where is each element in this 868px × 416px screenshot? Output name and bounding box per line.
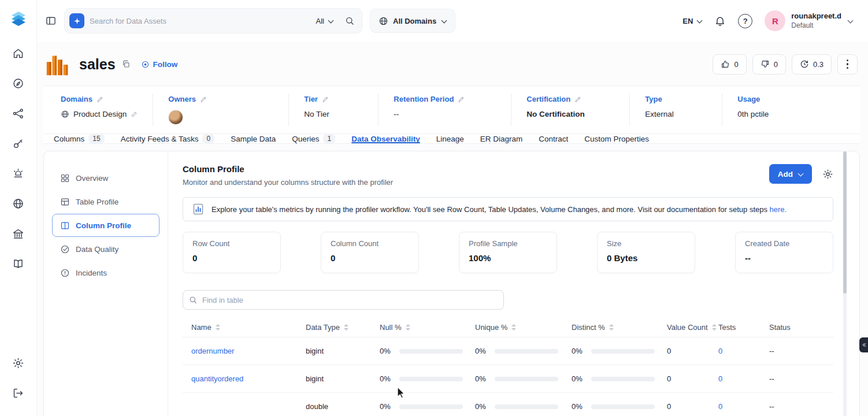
language-label: EN xyxy=(682,17,693,25)
submenu-data-quality[interactable]: Data Quality xyxy=(52,237,159,261)
submenu-label: Overview xyxy=(76,174,108,183)
observability-lamp-icon[interactable] xyxy=(7,162,30,185)
search-input[interactable] xyxy=(90,17,311,25)
sidebar-toggle-icon[interactable] xyxy=(45,15,57,27)
language-select[interactable]: EN xyxy=(682,17,702,25)
governance-bank-icon[interactable] xyxy=(7,222,30,245)
edit-pencil-icon[interactable] xyxy=(322,95,329,103)
table-row: quantityordered bigint 0% 0% 0% 0 0 -- xyxy=(183,365,833,393)
profiler-doc-icon xyxy=(191,202,205,216)
meta-label: Usage xyxy=(737,95,760,103)
sort-icon[interactable] xyxy=(406,324,410,330)
sort-icon[interactable] xyxy=(216,324,220,330)
add-button[interactable]: Add xyxy=(769,164,812,184)
edit-pencil-icon[interactable] xyxy=(458,95,465,103)
user-menu[interactable]: R rounakpreet.d Default xyxy=(765,10,853,31)
scrollbar-thumb[interactable] xyxy=(843,151,847,294)
alert-circle-icon xyxy=(60,268,70,278)
edit-pencil-icon[interactable] xyxy=(200,95,207,103)
search-scope-select[interactable]: All xyxy=(316,17,333,25)
meta-usage: Usage 0th pctile xyxy=(722,94,860,126)
follow-target-icon xyxy=(141,60,150,69)
tab-queries[interactable]: Queries1 xyxy=(292,134,335,143)
table-row: ordernumber bigint 0% 0% 0% 0 0 -- xyxy=(183,337,833,365)
submenu-label: Incidents xyxy=(76,269,107,277)
unique-pct-value: 0% xyxy=(475,347,486,355)
tab-columns[interactable]: Columns15 xyxy=(54,134,105,143)
profiler-settings-gear-icon[interactable] xyxy=(822,169,833,180)
version-history-button[interactable]: 0.3 xyxy=(792,54,832,75)
distinct-pct-value: 0% xyxy=(572,347,583,355)
chevron-down-icon xyxy=(696,18,702,23)
col-header-status: Status xyxy=(769,323,833,332)
follow-button[interactable]: Follow xyxy=(141,60,178,69)
side-drawer-handle[interactable] xyxy=(859,337,868,352)
tests-link[interactable]: 0 xyxy=(718,347,722,355)
edit-pencil-icon[interactable] xyxy=(97,95,104,103)
main-column: All All Domains EN ? R rounakpreet.d Def… xyxy=(37,0,868,416)
banner-docs-link[interactable]: here. xyxy=(770,205,787,214)
sort-icon[interactable] xyxy=(344,324,348,330)
sort-icon[interactable] xyxy=(609,324,614,330)
link-icon xyxy=(131,111,138,118)
sort-icon[interactable] xyxy=(511,324,516,330)
column-data-type: bigint xyxy=(306,347,380,355)
stat-profile-sample: Profile Sample100% xyxy=(459,232,557,273)
sort-icon[interactable] xyxy=(712,324,717,330)
chevron-down-icon[interactable] xyxy=(847,18,853,23)
submenu-overview[interactable]: Overview xyxy=(52,166,159,190)
copy-icon[interactable] xyxy=(121,60,131,69)
submenu-label: Column Profile xyxy=(76,221,131,230)
section-title: Column Profile xyxy=(183,164,393,174)
tab-custom-properties[interactable]: Custom Properties xyxy=(584,134,649,143)
column-name-link[interactable]: ordernumber xyxy=(191,347,234,355)
topbar: All All Domains EN ? R rounakpreet.d Def… xyxy=(37,0,868,42)
table-header-row: Name Data Type Null % Unique % Distinct … xyxy=(183,318,833,337)
tab-data-observability[interactable]: Data Observability xyxy=(351,134,420,143)
stat-created-date: Created Date-- xyxy=(735,232,833,273)
all-domains-filter[interactable]: All Domains xyxy=(370,9,455,33)
settings-gear-icon[interactable] xyxy=(7,351,30,374)
home-icon[interactable] xyxy=(7,42,30,65)
app-logo-icon[interactable] xyxy=(9,9,28,29)
submenu-incidents[interactable]: Incidents xyxy=(52,261,159,284)
owner-avatar[interactable] xyxy=(168,110,183,125)
column-name-link[interactable]: quantityordered xyxy=(191,374,243,383)
tab-activity-feeds-tasks[interactable]: Activity Feeds & Tasks0 xyxy=(121,134,214,143)
submenu-table-profile[interactable]: Table Profile xyxy=(52,190,159,213)
user-avatar[interactable]: R xyxy=(765,10,785,31)
explore-compass-icon[interactable] xyxy=(7,72,30,95)
edit-pencil-icon[interactable] xyxy=(574,95,582,103)
meta-certification: Certification No Certification xyxy=(511,94,630,126)
help-icon[interactable]: ? xyxy=(738,14,752,28)
submenu-column-profile[interactable]: Column Profile xyxy=(52,214,159,237)
search-icon[interactable] xyxy=(344,16,355,26)
tier-value: No Tier xyxy=(304,110,329,118)
notifications-bell-icon[interactable] xyxy=(714,15,726,27)
globe-icon xyxy=(61,110,69,118)
unique-pct-bar xyxy=(495,404,558,409)
table-row: double 0% 0% 0% 0 0 -- xyxy=(183,393,833,416)
downvote-count: 0 xyxy=(774,60,778,69)
version-number: 0.3 xyxy=(813,60,824,69)
glossary-book-icon[interactable] xyxy=(7,252,30,275)
follow-label: Follow xyxy=(153,60,178,69)
tab-er-diagram[interactable]: ER Diagram xyxy=(480,134,523,143)
tests-link[interactable]: 0 xyxy=(718,402,722,411)
tab-lineage[interactable]: Lineage xyxy=(436,134,464,143)
lineage-network-icon[interactable] xyxy=(7,102,30,125)
tab-sample-data[interactable]: Sample Data xyxy=(231,134,276,143)
access-key-icon[interactable] xyxy=(7,132,30,155)
ai-sparkle-icon[interactable] xyxy=(69,13,84,28)
status-value: -- xyxy=(769,402,833,411)
domains-globe-icon[interactable] xyxy=(7,192,30,215)
tests-link[interactable]: 0 xyxy=(718,374,722,383)
find-in-table-input[interactable] xyxy=(183,290,504,310)
logout-icon[interactable] xyxy=(7,381,30,404)
upvote-button[interactable]: 0 xyxy=(713,54,746,75)
meta-domains: Domains Product Design xyxy=(43,94,153,126)
tab-contract[interactable]: Contract xyxy=(539,134,568,143)
downvote-button[interactable]: 0 xyxy=(752,54,786,75)
more-menu-button[interactable] xyxy=(837,54,858,75)
domains-value[interactable]: Product Design xyxy=(73,110,127,118)
